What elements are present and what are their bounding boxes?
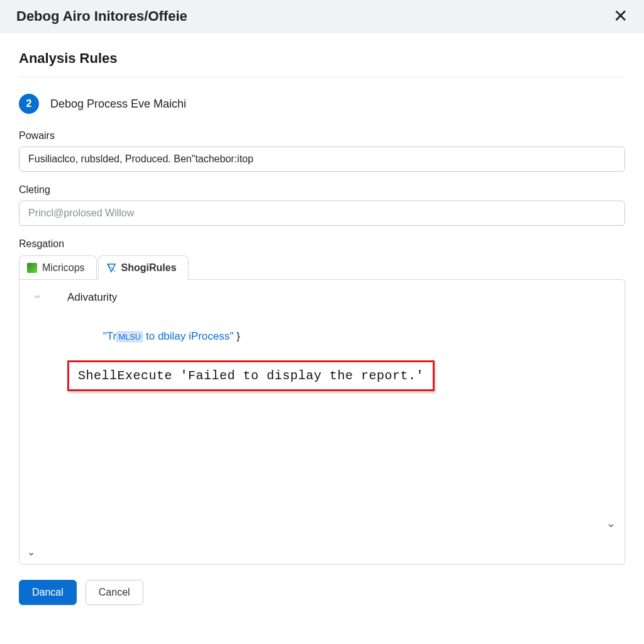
step-label: Debog Process Eve Maichi — [50, 97, 186, 111]
document-icon — [27, 263, 37, 273]
chevron-down-icon[interactable]: ⌄ — [27, 546, 35, 558]
tab-strip: Micricops ShogiRules — [19, 255, 625, 279]
step-number-badge: 2 — [19, 94, 39, 114]
code-string-fragment: to dbilay iProcess" — [143, 330, 233, 342]
editor-panel: ⎓ Adivaturity "TrMLSU to dbilay iProcess… — [19, 279, 625, 565]
code-editor[interactable]: Adivaturity "TrMLSU to dbilay iProcess" … — [55, 280, 625, 564]
powairs-input[interactable] — [19, 147, 625, 172]
powairs-label: Powairs — [19, 130, 625, 142]
dialog-content: Analysis Rules 2 Debog Process Eve Maich… — [0, 33, 644, 605]
titlebar: Debog Airo Initores/Offeie ✕ — [0, 0, 644, 33]
resgation-label: Resgation — [19, 238, 625, 250]
step-indicator: 2 Debog Process Eve Maichi — [19, 94, 625, 114]
code-line-1: "TrMLSU to dbilay iProcess" } — [67, 318, 613, 355]
cleting-input[interactable] — [19, 201, 625, 226]
inline-token-badge: MLSU — [116, 331, 143, 342]
highlighted-error-line: ShellExecute 'Failed to display the repo… — [67, 360, 435, 391]
rules-icon — [106, 263, 116, 273]
tab-micricops[interactable]: Micricops — [19, 255, 97, 280]
editor-gutter: ⎓ — [19, 280, 55, 564]
section-heading: Analysis Rules — [19, 50, 625, 77]
cancel-button[interactable]: Cancel — [86, 580, 143, 605]
dialog-buttons: Dancal Cancel — [19, 565, 625, 605]
tab-label: Micricops — [42, 262, 85, 274]
window-title: Debog Airo Initores/Offeie — [16, 8, 187, 25]
close-icon[interactable]: ✕ — [609, 5, 631, 28]
tabs-container: Micricops ShogiRules ⎓ Adivaturity "TrML… — [19, 255, 625, 565]
editor-heading: Adivaturity — [67, 291, 613, 304]
chevron-down-icon[interactable]: ⌄ — [606, 516, 616, 530]
tab-shogirules[interactable]: ShogiRules — [98, 255, 189, 280]
tab-label: ShogiRules — [121, 262, 177, 274]
cleting-label: Cleting — [19, 184, 625, 196]
code-string-fragment: "Tr — [103, 330, 116, 342]
primary-button[interactable]: Dancal — [19, 580, 77, 605]
code-text-fragment: } — [233, 330, 240, 342]
outline-icon: ⎓ — [35, 291, 40, 301]
